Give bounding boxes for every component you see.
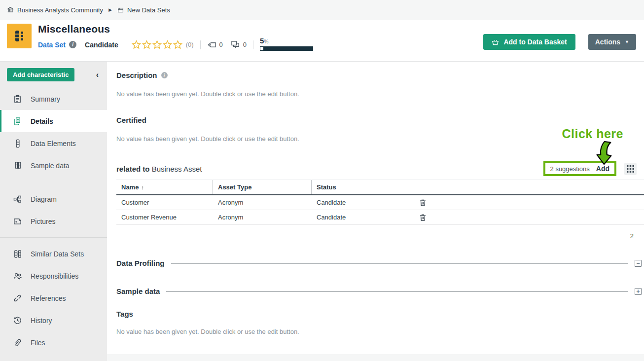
cell-status: Candidate	[312, 214, 411, 221]
comment-counter[interactable]: 0	[231, 40, 247, 49]
description-section: Description i	[116, 71, 644, 79]
click-here-annotation: Click here	[562, 127, 623, 141]
table-settings-button[interactable]	[624, 163, 637, 175]
sidebar-item-label: Files	[31, 339, 45, 347]
column-icon	[13, 139, 22, 148]
sidebar-item-summary[interactable]: Summary	[0, 88, 107, 110]
delete-relation-button[interactable]	[420, 214, 426, 221]
tags-section: Tags	[116, 310, 644, 318]
rating-stars[interactable]	[132, 40, 182, 49]
diagram-network-icon	[13, 195, 22, 203]
divider	[253, 40, 253, 49]
expand-section-icon[interactable]: +	[635, 288, 642, 295]
cell-name: Customer	[116, 199, 213, 206]
community-icon	[7, 6, 14, 13]
sample-data-title: Sample data	[116, 287, 160, 295]
cell-asset-type: Acronym	[213, 199, 312, 206]
progress-fill	[260, 47, 263, 50]
asset-type-link[interactable]: Data Set	[38, 41, 66, 49]
sidebar-item-label: Sample data	[31, 162, 70, 170]
grid-icon	[627, 165, 634, 173]
page-title: Miscellaneous	[38, 23, 313, 35]
sidebar-divider	[0, 237, 107, 238]
sidebar-item-files[interactable]: Files	[0, 331, 107, 354]
breadcrumb-page[interactable]: New Data Sets	[127, 6, 170, 14]
sidebar-gap	[0, 177, 107, 188]
add-characteristic-button[interactable]: Add characteristic	[7, 68, 74, 81]
sidebar-item-data-elements[interactable]: Data Elements	[0, 132, 107, 154]
add-to-data-basket-button[interactable]: Add to Data Basket	[483, 34, 575, 50]
star-icon[interactable]	[163, 40, 172, 49]
relation-count: 2	[116, 232, 644, 240]
actions-label: Actions	[595, 38, 620, 46]
sidebar-item-similar-data-sets[interactable]: Similar Data Sets	[0, 243, 107, 265]
actions-button[interactable]: Actions ▼	[588, 34, 636, 50]
asset-header: Miscellaneous Data Set i Candidate (0)	[0, 20, 644, 62]
sidebar-item-responsibilities[interactable]: Responsibilities	[0, 265, 107, 287]
column-header-status[interactable]: Status	[312, 180, 411, 194]
app-window: Business Analysts Community ▶ New Data S…	[0, 0, 644, 361]
tag-icon	[207, 41, 216, 48]
breadcrumb: Business Analysts Community ▶ New Data S…	[0, 0, 644, 20]
sidebar: Add characteristic ‹ Summary	[0, 62, 107, 361]
column-header-name[interactable]: Name↑	[116, 180, 213, 194]
chevron-down-icon: ▼	[625, 39, 629, 44]
table-row[interactable]: Customer Revenue Acronym Candidate	[116, 210, 644, 225]
column-header-asset-type[interactable]: Asset Type	[213, 180, 312, 194]
star-icon[interactable]	[173, 40, 182, 49]
tags-title: Tags	[116, 310, 133, 318]
cell-name: Customer Revenue	[116, 214, 213, 221]
paperclip-icon	[13, 338, 22, 347]
star-icon[interactable]	[152, 40, 162, 49]
tag-counter[interactable]: 0	[207, 41, 223, 48]
details-content: Description i No value has been given ye…	[107, 62, 644, 354]
description-empty-text[interactable]: No value has been given yet. Double clic…	[116, 90, 644, 98]
sidebar-item-label: Responsibilities	[31, 272, 78, 280]
dataset-tile-icon	[7, 24, 32, 48]
type-info-icon[interactable]: i	[69, 41, 76, 48]
progress-bar	[260, 46, 313, 51]
sidebar-nav: Summary Details	[0, 88, 107, 354]
relation-title: related to Business Asset	[116, 165, 202, 173]
sidebar-item-label: Pictures	[31, 217, 56, 225]
sample-data-section: Sample data +	[116, 287, 644, 295]
sidebar-item-history[interactable]: History	[0, 309, 107, 331]
star-icon[interactable]	[132, 40, 141, 49]
description-title: Description	[116, 71, 157, 79]
tag-count: 0	[219, 41, 223, 48]
rating-count: (0)	[186, 41, 194, 48]
comments-icon	[231, 40, 240, 49]
tags-empty-text[interactable]: No value has been given yet. Double clic…	[116, 328, 644, 335]
divider	[125, 40, 125, 49]
star-icon[interactable]	[142, 40, 151, 49]
details-pages-icon	[13, 117, 22, 126]
breadcrumb-community[interactable]: Business Analysts Community	[17, 6, 103, 14]
sort-asc-icon: ↑	[141, 184, 144, 190]
sidebar-item-references[interactable]: References	[0, 287, 107, 309]
sidebar-item-label: History	[31, 317, 52, 325]
trash-icon	[420, 214, 426, 221]
relation-table: Name↑ Asset Type Status Customer Acronym…	[116, 180, 644, 225]
data-profiling-section: Data Profiling −	[116, 259, 644, 267]
delete-relation-button[interactable]	[420, 199, 426, 206]
trash-icon	[420, 199, 426, 206]
sidebar-item-diagram[interactable]: Diagram	[0, 188, 107, 210]
sidebar-item-pictures[interactable]: Pictures	[0, 210, 107, 232]
relation-section-header: related to Business Asset 2 suggestions …	[116, 161, 644, 180]
sidebar-item-label: Similar Data Sets	[31, 250, 84, 258]
collapse-section-icon[interactable]: −	[635, 260, 642, 267]
description-info-icon[interactable]: i	[161, 72, 168, 78]
sidebar-collapse-icon[interactable]: ‹	[92, 71, 103, 79]
section-rule	[171, 263, 628, 264]
test-tubes-icon	[13, 161, 22, 170]
sidebar-item-label: References	[31, 294, 66, 302]
link-icon	[13, 294, 22, 302]
table-row[interactable]: Customer Acronym Candidate	[116, 195, 644, 210]
sidebar-item-label: Summary	[31, 95, 60, 103]
people-icon	[13, 272, 22, 280]
sidebar-item-sample-data[interactable]: Sample data	[0, 154, 107, 177]
relation-title-rest: Business Asset	[152, 165, 202, 173]
breadcrumb-separator-icon: ▶	[107, 7, 114, 12]
certified-section: Certified	[116, 116, 644, 124]
sidebar-item-details[interactable]: Details	[0, 110, 107, 132]
